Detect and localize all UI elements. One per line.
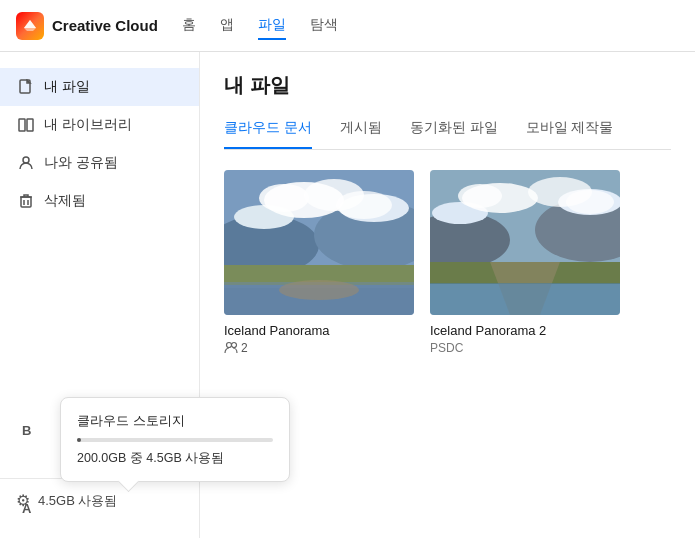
page-title: 내 파일 (224, 72, 671, 99)
svg-point-15 (336, 191, 392, 219)
svg-point-3 (23, 157, 29, 163)
shared-icon (18, 155, 34, 171)
nav-tab-files[interactable]: 파일 (258, 12, 286, 40)
creative-cloud-logo-icon (16, 12, 44, 40)
file-icon (18, 79, 34, 95)
storage-bar-fill (77, 438, 81, 442)
nav-tab-explore[interactable]: 탐색 (310, 12, 338, 40)
storage-bottom-label: 4.5GB 사용됨 (38, 492, 117, 510)
content-tabs: 클라우드 문서 게시됨 동기화된 파일 모바일 제작물 (224, 119, 671, 150)
marker-b: B (22, 423, 31, 438)
file-type-2: PSDC (430, 341, 463, 355)
file-meta-1: 2 (224, 341, 414, 355)
nav-tab-app[interactable]: 앱 (220, 12, 234, 40)
library-icon (18, 117, 34, 133)
sidebar-item-shared[interactable]: 나와 공유됨 (0, 144, 199, 182)
sidebar-item-my-files[interactable]: 내 파일 (0, 68, 199, 106)
sidebar-label-my-library: 내 라이브러리 (44, 116, 132, 134)
sidebar-label-deleted: 삭제됨 (44, 192, 86, 210)
tab-synced-files[interactable]: 동기화된 파일 (410, 119, 498, 149)
app-logo: Creative Cloud (16, 12, 158, 40)
file-meta-2: PSDC (430, 341, 620, 355)
sidebar-item-my-library[interactable]: 내 라이브러리 (0, 106, 199, 144)
file-card-iceland-panorama[interactable]: Iceland Panorama 2 (224, 170, 414, 355)
collaborator-icon-1: 2 (224, 341, 248, 355)
marker-a: A (22, 501, 31, 516)
tab-cloud-docs[interactable]: 클라우드 문서 (224, 119, 312, 149)
storage-tooltip-label: 클라우드 스토리지 (77, 412, 273, 430)
main-content: 내 파일 내 라이브러리 나와 공유됨 (0, 52, 695, 538)
files-grid: Iceland Panorama 2 (224, 170, 671, 355)
svg-point-28 (458, 184, 502, 208)
sidebar: 내 파일 내 라이브러리 나와 공유됨 (0, 52, 200, 538)
svg-point-19 (279, 280, 359, 300)
sidebar-label-my-files: 내 파일 (44, 78, 90, 96)
file-name-2: Iceland Panorama 2 (430, 323, 620, 338)
storage-tooltip: 클라우드 스토리지 200.0GB 중 4.5GB 사용됨 (60, 397, 290, 482)
file-card-iceland-panorama-2[interactable]: Iceland Panorama 2 PSDC (430, 170, 620, 355)
tab-published[interactable]: 게시됨 (340, 119, 382, 149)
file-name-1: Iceland Panorama (224, 323, 414, 338)
main-nav-tabs: 홈 앱 파일 탐색 (182, 12, 338, 40)
app-window: Creative Cloud 홈 앱 파일 탐색 내 파일 (0, 0, 695, 538)
top-nav: Creative Cloud 홈 앱 파일 탐색 (0, 0, 695, 52)
svg-rect-4 (21, 197, 31, 207)
nav-tab-home[interactable]: 홈 (182, 12, 196, 40)
file-thumbnail-2 (430, 170, 620, 315)
file-thumbnail-1 (224, 170, 414, 315)
sidebar-label-shared: 나와 공유됨 (44, 154, 118, 172)
svg-point-20 (227, 343, 232, 348)
tab-mobile-creations[interactable]: 모바일 제작물 (526, 119, 614, 149)
svg-point-13 (259, 184, 309, 212)
svg-rect-1 (19, 119, 25, 131)
svg-point-21 (232, 343, 237, 348)
people-icon (224, 341, 238, 355)
sidebar-item-deleted[interactable]: 삭제됨 (0, 182, 199, 220)
storage-bar-background (77, 438, 273, 442)
trash-icon (18, 193, 34, 209)
svg-rect-32 (430, 283, 620, 315)
svg-rect-2 (27, 119, 33, 131)
storage-usage-text: 200.0GB 중 4.5GB 사용됨 (77, 450, 273, 467)
svg-point-30 (566, 190, 614, 214)
app-title: Creative Cloud (52, 17, 158, 34)
